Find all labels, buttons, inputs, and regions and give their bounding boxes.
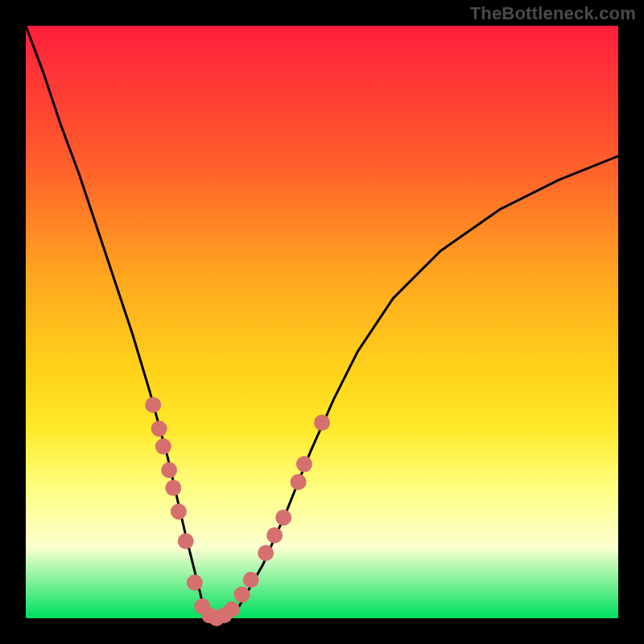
chart-frame: TheBottleneck.com [0,0,644,644]
watermark-text: TheBottleneck.com [470,3,636,24]
plot-area [26,26,618,618]
